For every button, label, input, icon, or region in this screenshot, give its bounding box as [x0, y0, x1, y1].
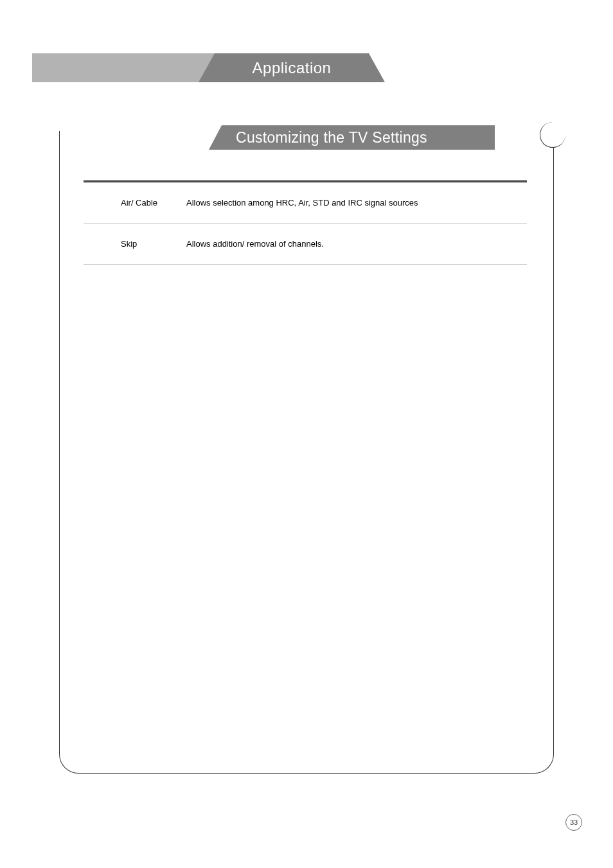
- page-number: 33: [565, 814, 582, 831]
- setting-label: Skip: [84, 239, 186, 249]
- header-bar-accent: [32, 53, 215, 82]
- setting-label: Air/ Cable: [84, 198, 186, 208]
- page-title: Application: [215, 53, 369, 82]
- table-row: Air/ Cable Allows selection among HRC, A…: [84, 182, 527, 224]
- setting-description: Allows addition/ removal of channels.: [186, 239, 527, 249]
- settings-table: Air/ Cable Allows selection among HRC, A…: [84, 180, 527, 265]
- header-tab-wrapper: Application: [215, 53, 369, 82]
- setting-description: Allows selection among HRC, Air, STD and…: [186, 198, 527, 208]
- corner-notch-decoration: [540, 122, 565, 148]
- table-row: Skip Allows addition/ removal of channel…: [84, 224, 527, 265]
